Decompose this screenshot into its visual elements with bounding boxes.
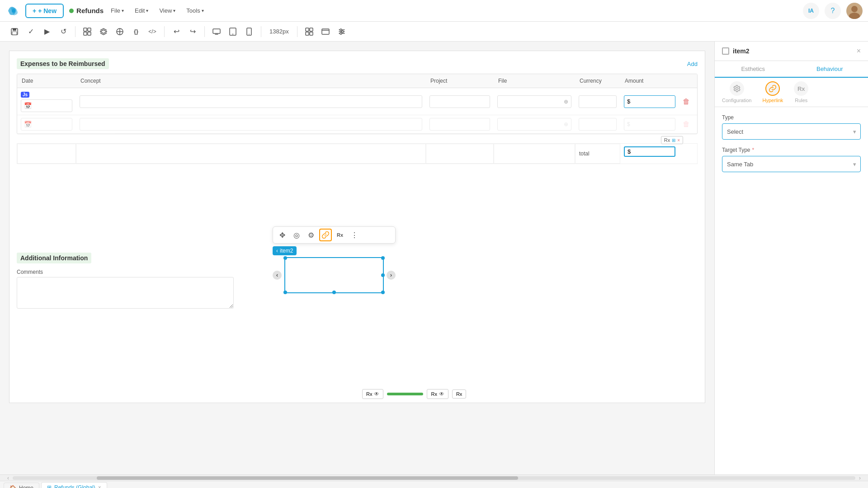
scroll-right-button[interactable]: › [859,475,861,481]
svg-rect-6 [12,32,17,35]
edit-menu[interactable]: Edit ▾ [131,5,152,16]
item-label[interactable]: ‹ item2 [273,246,297,255]
rx-text-3: Rx [456,391,462,397]
run-button[interactable]: ▶ [40,24,54,39]
code-button[interactable]: </> [145,24,160,39]
next-item-button[interactable]: › [387,271,396,280]
row1-currency-input[interactable] [579,95,617,108]
svg-rect-18 [310,28,313,31]
refresh-button[interactable]: ↺ [56,24,71,39]
layers-button[interactable] [96,24,111,39]
row2-delete-cell[interactable]: 🗑 [679,117,697,131]
attach-icon: ⊕ [564,99,568,105]
row1-amount-input[interactable]: $ [624,95,675,108]
row1-file-cell[interactable]: ⊕ [494,93,575,111]
row2-project-cell[interactable] [426,115,494,133]
row1-currency-cell[interactable] [575,93,620,111]
row2-currency-cell[interactable] [575,115,620,133]
move-tool-button[interactable]: ✥ [276,229,288,241]
mobile-view-button[interactable] [242,24,256,39]
rules-tab-icon[interactable]: Rx Rules [794,81,808,103]
row2-file-cell[interactable]: ⊕ [494,115,575,133]
tab-esthetics[interactable]: Esthetics [715,61,792,77]
undo-button[interactable]: ↩ [169,24,184,39]
row1-concept-cell[interactable] [76,93,426,111]
panel-checkbox[interactable] [722,47,729,55]
new-button[interactable]: + + New [25,4,64,18]
row1-delete-cell[interactable]: 🗑 [679,95,697,108]
data-button[interactable] [113,24,127,39]
link-tool-button[interactable] [319,229,332,241]
adjustments-button[interactable] [335,24,349,39]
handle-tr[interactable] [381,256,385,260]
row2-amount-cell[interactable]: $ [620,115,679,133]
chevron-down-icon: ▾ [202,8,204,13]
gear-tool-button[interactable]: ⚙ [305,229,317,241]
row2-date-input[interactable]: 📅 [21,118,72,131]
row2-concept-input[interactable] [80,118,422,131]
target-type-select[interactable]: Same Tab New Tab Parent Frame Top Frame [722,156,861,172]
scroll-left-button[interactable]: ‹ [7,475,9,481]
row1-amount-cell[interactable]: $ [620,93,679,111]
comments-textarea[interactable] [17,277,234,309]
rx-close-icon[interactable]: × [677,138,680,143]
tools-menu[interactable]: Tools ▾ [183,5,207,16]
desktop-view-button[interactable] [209,24,224,39]
row2-amount-input[interactable]: $ [624,118,675,131]
tablet-view-button[interactable] [226,24,240,39]
config-tab-icon[interactable]: Configuration [722,81,751,103]
components-button[interactable] [80,24,94,39]
row1-project-input[interactable] [429,95,490,108]
handle-bl[interactable] [283,291,287,294]
scrollbar-track[interactable] [13,476,855,480]
row2-file-input[interactable]: ⊕ [497,118,571,131]
panel-close-button[interactable]: × [857,47,861,55]
circle-tool-button[interactable]: ◎ [290,229,303,241]
row2-currency-input[interactable] [579,118,617,131]
row1-concept-input[interactable] [80,95,422,108]
handle-mr[interactable] [381,273,385,277]
type-select[interactable]: Select URL Page Email Phone [722,123,861,140]
config-icon [730,81,744,96]
delete-row-button[interactable]: 🗑 [683,98,690,105]
handle-tl[interactable] [283,256,287,260]
help-button[interactable]: ? [825,3,841,19]
rx-tool-button[interactable]: Rx [334,229,346,241]
grid-button[interactable] [302,24,316,39]
file-menu[interactable]: File ▾ [107,5,127,16]
window-button[interactable] [318,24,333,39]
row2-concept-cell[interactable] [76,115,426,133]
total-row: total $ [17,143,698,164]
scrollbar-thumb[interactable] [97,476,518,480]
row1-file-input[interactable]: ⊕ [497,95,571,108]
add-link[interactable]: Add [687,61,698,67]
scrollbar-area[interactable]: ‹ › [0,474,868,481]
total-amount-input[interactable]: $ [624,146,675,157]
canvas-area[interactable]: Expenses to be Reimbursed Add Date Conce… [0,42,714,474]
tab-behaviour[interactable]: Behaviour [792,61,868,78]
attach-icon: ⊕ [564,121,568,127]
hyperlink-tab-icon[interactable]: Hyperlink [762,81,783,103]
ia-button[interactable]: IA [803,3,819,19]
row2-date-cell[interactable]: 📅 [17,115,76,133]
row2-project-input[interactable] [429,118,490,131]
row1-date-input[interactable]: 📅 [21,99,72,112]
tab-close-button[interactable]: × [98,484,101,488]
view-menu[interactable]: View ▾ [156,5,179,16]
check-button[interactable]: ✓ [24,24,38,39]
save-button[interactable] [7,24,22,39]
item-box[interactable] [284,257,384,293]
total-amount-cell[interactable]: $ [620,144,679,164]
delete-row-button[interactable]: 🗑 [683,120,690,128]
row1-project-cell[interactable] [426,93,494,111]
code-block-button[interactable]: {} [129,24,143,39]
more-options-button[interactable]: ⋮ [348,229,361,241]
home-tab[interactable]: 🏠 Home [4,483,39,488]
handle-br[interactable] [381,291,385,294]
user-avatar[interactable] [846,3,863,19]
prev-item-button[interactable]: ‹ [273,271,282,280]
handle-bm[interactable] [332,291,336,294]
refunds-tab[interactable]: ⊞ Refunds (Global) × [41,482,107,488]
redo-button[interactable]: ↪ [185,24,200,39]
svg-point-24 [340,33,342,34]
